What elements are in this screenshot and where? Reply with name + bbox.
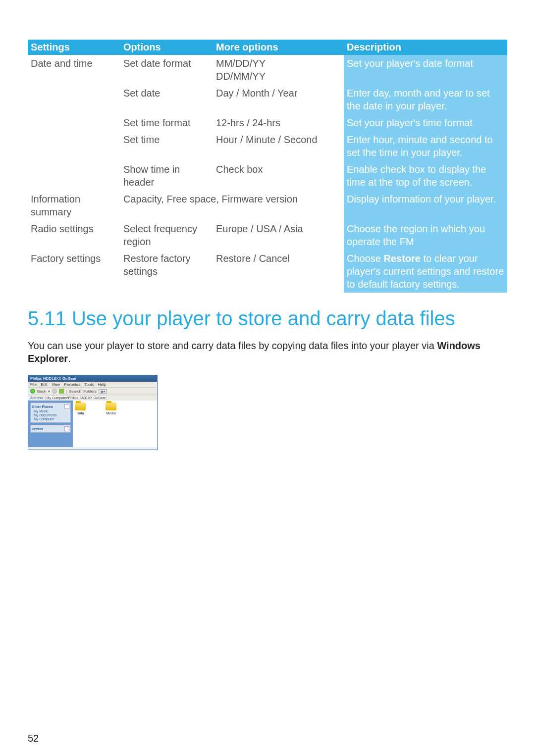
page-number: 52 xyxy=(28,733,39,744)
up-icon[interactable] xyxy=(59,389,64,394)
table-row: Factory settings Restore factory setting… xyxy=(28,250,507,293)
menu-item[interactable]: Help xyxy=(98,382,106,387)
table-row: Set time Hour / Minute / Second Enter ho… xyxy=(28,131,507,161)
cell-settings: Radio settings xyxy=(28,220,120,250)
explorer-sidebar: Other Places˄ My Music My Documents My C… xyxy=(28,401,73,447)
cell-desc: Enable check box to display the time at … xyxy=(344,161,507,191)
header-more-options: More options xyxy=(213,40,344,55)
cell-more: Check box xyxy=(213,161,344,191)
cell-desc: Enter hour, minute and second to set the… xyxy=(344,131,507,161)
cell-options: Set time format xyxy=(120,114,213,131)
panel-other-places: Other Places˄ My Music My Documents My C… xyxy=(30,403,71,423)
menu-item[interactable]: View xyxy=(52,382,60,387)
cell-desc: Choose Restore to clear your player's cu… xyxy=(344,250,507,293)
cell-options: Restore factory settings xyxy=(120,250,213,293)
section-heading: 5.11 Use your player to store and carry … xyxy=(28,307,507,329)
back-icon[interactable] xyxy=(30,389,35,394)
cell-more: Hour / Minute / Second xyxy=(213,131,344,161)
table-row: Radio settings Select frequency region E… xyxy=(28,220,507,250)
folder-icon xyxy=(75,403,86,410)
header-options: Options xyxy=(120,40,213,55)
menu-item[interactable]: File xyxy=(30,382,37,387)
cell-options: Set date format xyxy=(120,55,213,85)
cell-more: Day / Month / Year xyxy=(213,85,344,114)
folder-item[interactable]: Media xyxy=(106,403,116,445)
cell-settings xyxy=(28,85,120,114)
chevron-icon[interactable]: ˄ xyxy=(64,404,69,409)
cell-desc: Set your player's time format xyxy=(344,114,507,131)
table-row: Date and time Set date format MM/DD/YY D… xyxy=(28,55,507,85)
cell-options-span: Capacity, Free space, Firmware version xyxy=(120,191,344,220)
folder-item[interactable]: Data xyxy=(75,403,86,445)
cell-settings: Factory settings xyxy=(28,250,120,293)
sidebar-item[interactable]: My Music xyxy=(34,409,69,413)
table-row: Set time format 12-hrs / 24-hrs Set your… xyxy=(28,114,507,131)
cell-options: Set time xyxy=(120,131,213,161)
search-label[interactable]: Search xyxy=(69,389,81,394)
header-description: Description xyxy=(344,40,507,55)
cell-more: 12-hrs / 24-hrs xyxy=(213,114,344,131)
sidebar-item[interactable]: My Documents xyxy=(34,413,69,417)
cell-more: MM/DD/YY DD/MM/YY xyxy=(213,55,344,85)
cell-desc: Choose the region in which you operate t… xyxy=(344,220,507,250)
cell-settings xyxy=(28,114,120,131)
folders-label[interactable]: Folders xyxy=(83,389,97,394)
cell-more: Restore / Cancel xyxy=(213,250,344,293)
cell-settings: Information summary xyxy=(28,191,120,220)
explorer-toolbar: Back ▾ | Search Folders ▦▾ xyxy=(28,387,157,395)
cell-options: Select frequency region xyxy=(120,220,213,250)
menu-item[interactable]: Favorites xyxy=(64,382,81,387)
back-label[interactable]: Back xyxy=(37,389,46,394)
table-row: Set date Day / Month / Year Enter day, m… xyxy=(28,85,507,114)
explorer-menubar: File Edit View Favorites Tools Help xyxy=(28,382,157,387)
menu-item[interactable]: Tools xyxy=(85,382,94,387)
cell-settings xyxy=(28,161,120,191)
sidebar-item[interactable]: My Computer xyxy=(34,417,69,421)
settings-table: Settings Options More options Descriptio… xyxy=(28,40,507,293)
cell-desc: Set your player's date format xyxy=(344,55,507,85)
section-body: You can use your player to store and car… xyxy=(28,339,507,365)
cell-more: Europe / USA / Asia xyxy=(213,220,344,250)
cell-desc: Display information of your player. xyxy=(344,191,507,220)
chevron-icon[interactable]: ˅ xyxy=(64,426,69,431)
table-row: Information summary Capacity, Free space… xyxy=(28,191,507,220)
header-settings: Settings xyxy=(28,40,120,55)
table-header-row: Settings Options More options Descriptio… xyxy=(28,40,507,55)
explorer-titlebar: Philips HDD18XX GoGear xyxy=(28,375,157,382)
cell-settings: Date and time xyxy=(28,55,120,85)
panel-details: Details˅ xyxy=(30,425,71,433)
explorer-addressbar: Address My Computer\Philips SA31XX GoGea… xyxy=(28,395,157,401)
windows-explorer-screenshot: Philips HDD18XX GoGear File Edit View Fa… xyxy=(28,375,158,450)
forward-icon[interactable] xyxy=(52,389,57,394)
menu-item[interactable]: Edit xyxy=(41,382,48,387)
explorer-content: Data Media xyxy=(73,401,157,447)
cell-options: Set date xyxy=(120,85,213,114)
table-row: Show time in header Check box Enable che… xyxy=(28,161,507,191)
cell-settings xyxy=(28,131,120,161)
cell-options: Show time in header xyxy=(120,161,213,191)
cell-desc: Enter day, month and year to set the dat… xyxy=(344,85,507,114)
address-field[interactable]: My Computer\Philips SA31XX GoGear xyxy=(45,396,107,400)
folder-icon xyxy=(106,403,116,410)
views-icon[interactable]: ▦▾ xyxy=(99,389,107,394)
